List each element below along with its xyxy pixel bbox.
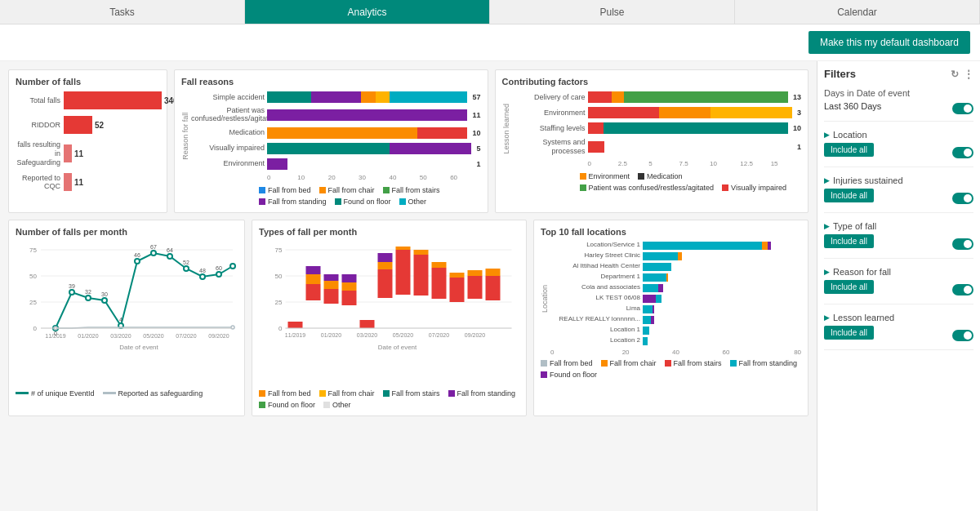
svg-text:75: 75: [275, 247, 283, 254]
svg-rect-73: [486, 276, 501, 300]
svg-rect-65: [414, 255, 429, 295]
svg-text:07/2020: 07/2020: [176, 333, 196, 339]
svg-text:39: 39: [69, 283, 75, 289]
hbar-env-1: [588, 107, 660, 118]
leg-dot-bed-t: [259, 390, 265, 397]
filter-type-fall-tag[interactable]: Include all: [824, 234, 874, 248]
top10-seg-1c: [768, 242, 771, 250]
filters-panel: Filters ↻ ⋮ Days in Date of event Last 3…: [817, 61, 980, 511]
svg-rect-68: [432, 262, 447, 268]
legend-line-teal: [16, 392, 29, 394]
svg-text:03/2020: 03/2020: [110, 333, 131, 339]
svg-rect-64: [396, 247, 411, 250]
svg-rect-53: [324, 289, 339, 304]
filter-location: ▶ Location Include all: [824, 130, 973, 167]
leg-dot-stairs-t: [383, 390, 390, 397]
leg-chair-loc: Fall from chair: [601, 359, 657, 367]
filter-injuries-toggle[interactable]: [952, 193, 973, 204]
filter-lesson-tag[interactable]: Include all: [824, 326, 874, 340]
arrow-location: ▶: [824, 131, 830, 139]
leg-dot-chair-loc: [601, 360, 608, 367]
svg-text:60: 60: [216, 265, 222, 271]
top10-seg-4a: [643, 273, 666, 282]
svg-text:25: 25: [29, 299, 37, 306]
leg-lbl-bed-loc: Fall from bed: [550, 359, 593, 367]
legend-dot-meds-c: [638, 173, 644, 180]
hbar-seg-purple: [311, 91, 361, 103]
filter-type-fall-row: Include all: [824, 234, 973, 251]
svg-text:01/2020: 01/2020: [321, 332, 341, 338]
falls-bar-cqc-bar: [64, 173, 72, 191]
contributing-factors-card: Contributing factors Lesson learned Deli…: [495, 69, 809, 213]
leg-dot-standing-loc: [730, 360, 737, 367]
hbar-segs-visually: [267, 143, 471, 154]
filter-reason-fall-title: ▶ Reason for fall: [824, 267, 973, 277]
filter-injuries-tag[interactable]: Include all: [824, 189, 874, 202]
hbar-del-3: [624, 91, 788, 103]
hbar-del-1: [588, 91, 612, 103]
types-month-svg: 75 50 25 0: [259, 242, 519, 384]
tab-pulse[interactable]: Pulse: [490, 0, 735, 24]
svg-rect-51: [306, 274, 321, 284]
legend-label-chair: Fall from chair: [328, 186, 375, 194]
filter-lesson-label: Lesson learned: [833, 313, 894, 322]
leg-fall-standing-t: Fall from standing: [448, 389, 516, 398]
svg-point-10: [86, 295, 91, 300]
legend-dot-floor: [335, 198, 341, 205]
more-icon[interactable]: ⋮: [964, 69, 973, 80]
svg-text:25: 25: [275, 299, 283, 306]
top10-bar-1: [643, 242, 801, 250]
hbar-seg-teal: [267, 91, 311, 103]
arrow-lesson: ▶: [824, 313, 830, 322]
top10-row-3: Al Ittihad Health Center: [550, 263, 801, 271]
legend-fall-bed: Fall from bed: [259, 186, 311, 194]
filter-reason-fall-toggle[interactable]: [952, 284, 973, 295]
falls-month-svg: 75 50 25 0: [16, 242, 238, 384]
fall-reasons-card: Fall reasons Reason for fall Simple acci…: [174, 69, 488, 213]
top10-title: Top 10 fall locations: [541, 227, 801, 237]
leg-found-floor-t: Found on floor: [259, 401, 315, 409]
reasons-chart-area: Reason for fall Simple accident: [181, 91, 481, 181]
leg-lbl-stairs-t: Fall from stairs: [392, 389, 440, 398]
top10-seg-8b: [651, 316, 654, 324]
types-month-title: Types of fall per month: [259, 227, 519, 237]
filter-type-fall-toggle[interactable]: [952, 238, 973, 250]
top10-seg-5b: [658, 284, 663, 292]
filter-lesson-toggle[interactable]: [952, 330, 973, 341]
legend-label-meds-c: Medication: [647, 172, 683, 180]
falls-count-safeguard: 11: [74, 149, 83, 158]
arrow-reason-fall: ▶: [824, 268, 830, 276]
filter-location-toggle[interactable]: [952, 147, 973, 158]
svg-rect-57: [342, 282, 357, 291]
falls-label-riddor: RIDDOR: [16, 121, 60, 130]
hbar-seg-cyan: [390, 91, 468, 103]
leg-other-t: Other: [323, 401, 351, 409]
x-tick-50: 50: [420, 174, 450, 181]
svg-text:Date of event: Date of event: [119, 344, 158, 351]
legend-label-stairs: Fall from stairs: [392, 186, 440, 194]
filter-reason-fall-tag[interactable]: Include all: [824, 280, 874, 294]
tab-calendar[interactable]: Calendar: [735, 0, 980, 24]
types-month-chart: 75 50 25 0: [259, 242, 519, 384]
leg-dot-floor-loc: [541, 371, 547, 378]
filter-location-tag[interactable]: Include all: [824, 143, 874, 157]
tab-tasks[interactable]: Tasks: [0, 0, 245, 24]
hbar-count-env: 1: [476, 160, 480, 168]
tab-analytics[interactable]: Analytics: [245, 0, 490, 24]
line-teal: [56, 253, 233, 328]
svg-rect-54: [324, 281, 339, 289]
refresh-icon[interactable]: ↻: [951, 69, 959, 80]
default-dashboard-button[interactable]: Make this my default dashboard: [808, 31, 970, 54]
hbar-count-confused: 11: [472, 111, 480, 119]
contrib-title: Contributing factors: [502, 77, 802, 87]
reasons-y-label: Reason for fall: [181, 91, 189, 181]
filter-location-row: Include all: [824, 143, 973, 160]
top10-seg-1b: [762, 242, 768, 250]
top10-bar-7: [643, 305, 801, 313]
svg-point-13: [135, 259, 140, 264]
top10-bar-3: [643, 263, 801, 271]
filter-days-toggle[interactable]: [952, 103, 973, 114]
x-tick-40: 40: [389, 174, 419, 181]
svg-rect-56: [342, 291, 357, 305]
hbar-count-staffing: 10: [793, 124, 801, 132]
